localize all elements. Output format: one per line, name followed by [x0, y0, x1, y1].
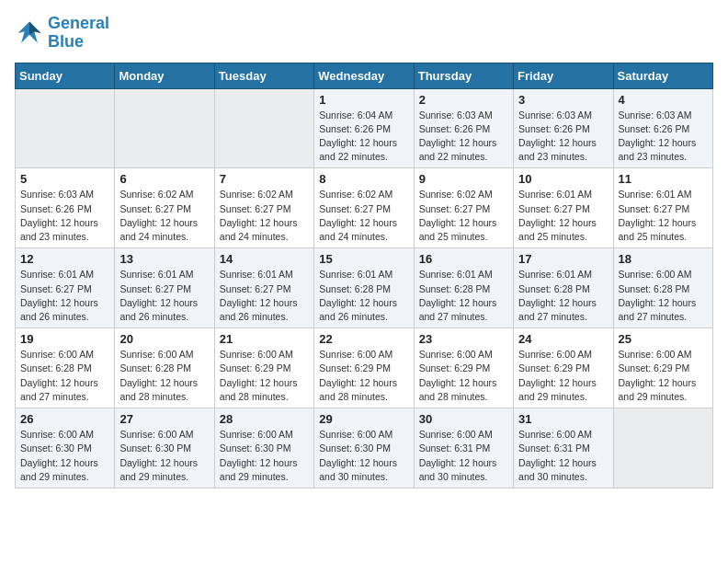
day-info: Sunrise: 6:02 AM Sunset: 6:27 PM Dayligh… — [319, 188, 408, 244]
day-info: Sunrise: 6:02 AM Sunset: 6:27 PM Dayligh… — [220, 188, 309, 244]
calendar-day-cell: 8Sunrise: 6:02 AM Sunset: 6:27 PM Daylig… — [314, 168, 414, 248]
calendar-day-cell: 26Sunrise: 6:00 AM Sunset: 6:30 PM Dayli… — [16, 408, 115, 488]
calendar-day-cell: 11Sunrise: 6:01 AM Sunset: 6:27 PM Dayli… — [613, 168, 712, 248]
calendar-week-row: 1Sunrise: 6:04 AM Sunset: 6:26 PM Daylig… — [16, 88, 713, 168]
day-info: Sunrise: 6:00 AM Sunset: 6:30 PM Dayligh… — [20, 428, 109, 484]
day-number: 21 — [220, 332, 309, 346]
calendar-day-cell — [115, 88, 214, 168]
calendar-day-cell — [16, 88, 115, 168]
day-number: 28 — [220, 412, 309, 426]
svg-marker-1 — [29, 21, 40, 34]
day-number: 9 — [419, 172, 508, 186]
day-number: 26 — [20, 412, 109, 426]
weekday-header: Thursday — [414, 63, 513, 88]
day-number: 22 — [319, 332, 408, 346]
calendar-day-cell: 19Sunrise: 6:00 AM Sunset: 6:28 PM Dayli… — [16, 328, 115, 408]
day-info: Sunrise: 6:00 AM Sunset: 6:30 PM Dayligh… — [319, 428, 408, 484]
day-info: Sunrise: 6:03 AM Sunset: 6:26 PM Dayligh… — [518, 109, 608, 165]
calendar-day-cell: 27Sunrise: 6:00 AM Sunset: 6:30 PM Dayli… — [115, 408, 214, 488]
day-number: 4 — [619, 93, 708, 107]
day-info: Sunrise: 6:03 AM Sunset: 6:26 PM Dayligh… — [20, 188, 109, 244]
day-number: 27 — [119, 412, 209, 426]
calendar-day-cell: 5Sunrise: 6:03 AM Sunset: 6:26 PM Daylig… — [16, 168, 115, 248]
weekday-header: Friday — [514, 63, 613, 88]
day-info: Sunrise: 6:00 AM Sunset: 6:30 PM Dayligh… — [119, 428, 209, 484]
calendar-day-cell: 28Sunrise: 6:00 AM Sunset: 6:30 PM Dayli… — [214, 408, 313, 488]
day-info: Sunrise: 6:01 AM Sunset: 6:27 PM Dayligh… — [619, 188, 708, 244]
weekday-header: Wednesday — [314, 63, 414, 88]
calendar-day-cell: 6Sunrise: 6:02 AM Sunset: 6:27 PM Daylig… — [115, 168, 214, 248]
day-number: 30 — [419, 412, 508, 426]
calendar-day-cell: 1Sunrise: 6:04 AM Sunset: 6:26 PM Daylig… — [314, 88, 414, 168]
day-info: Sunrise: 6:02 AM Sunset: 6:27 PM Dayligh… — [419, 188, 508, 244]
day-info: Sunrise: 6:03 AM Sunset: 6:26 PM Dayligh… — [619, 109, 708, 165]
calendar-day-cell: 21Sunrise: 6:00 AM Sunset: 6:29 PM Dayli… — [214, 328, 313, 408]
day-info: Sunrise: 6:00 AM Sunset: 6:28 PM Dayligh… — [119, 348, 209, 404]
logo-text: General Blue — [48, 15, 109, 52]
calendar-day-cell: 16Sunrise: 6:01 AM Sunset: 6:28 PM Dayli… — [414, 248, 513, 328]
day-info: Sunrise: 6:02 AM Sunset: 6:27 PM Dayligh… — [119, 188, 209, 244]
calendar-day-cell: 13Sunrise: 6:01 AM Sunset: 6:27 PM Dayli… — [115, 248, 214, 328]
day-number: 18 — [619, 252, 708, 266]
logo: General Blue — [15, 15, 109, 52]
day-info: Sunrise: 6:00 AM Sunset: 6:31 PM Dayligh… — [518, 428, 608, 484]
day-number: 3 — [518, 93, 608, 107]
day-info: Sunrise: 6:04 AM Sunset: 6:26 PM Dayligh… — [319, 109, 408, 165]
calendar-week-row: 5Sunrise: 6:03 AM Sunset: 6:26 PM Daylig… — [16, 168, 713, 248]
day-number: 29 — [319, 412, 408, 426]
day-info: Sunrise: 6:00 AM Sunset: 6:29 PM Dayligh… — [619, 348, 708, 404]
day-info: Sunrise: 6:00 AM Sunset: 6:28 PM Dayligh… — [20, 348, 109, 404]
day-number: 7 — [220, 172, 309, 186]
calendar-week-row: 12Sunrise: 6:01 AM Sunset: 6:27 PM Dayli… — [16, 248, 713, 328]
day-info: Sunrise: 6:00 AM Sunset: 6:29 PM Dayligh… — [419, 348, 508, 404]
calendar-day-cell: 22Sunrise: 6:00 AM Sunset: 6:29 PM Dayli… — [314, 328, 414, 408]
day-info: Sunrise: 6:01 AM Sunset: 6:27 PM Dayligh… — [20, 268, 109, 324]
day-info: Sunrise: 6:00 AM Sunset: 6:29 PM Dayligh… — [319, 348, 408, 404]
day-number: 1 — [319, 93, 408, 107]
day-number: 16 — [419, 252, 508, 266]
calendar-table: SundayMondayTuesdayWednesdayThursdayFrid… — [15, 63, 713, 488]
calendar-week-row: 19Sunrise: 6:00 AM Sunset: 6:28 PM Dayli… — [16, 328, 713, 408]
day-info: Sunrise: 6:00 AM Sunset: 6:29 PM Dayligh… — [220, 348, 309, 404]
day-number: 19 — [20, 332, 109, 346]
calendar-day-cell: 29Sunrise: 6:00 AM Sunset: 6:30 PM Dayli… — [314, 408, 414, 488]
day-info: Sunrise: 6:01 AM Sunset: 6:27 PM Dayligh… — [518, 188, 608, 244]
weekday-header: Saturday — [613, 63, 712, 88]
calendar-day-cell: 12Sunrise: 6:01 AM Sunset: 6:27 PM Dayli… — [16, 248, 115, 328]
day-info: Sunrise: 6:01 AM Sunset: 6:28 PM Dayligh… — [319, 268, 408, 324]
day-info: Sunrise: 6:01 AM Sunset: 6:27 PM Dayligh… — [220, 268, 309, 324]
weekday-header: Monday — [115, 63, 214, 88]
day-info: Sunrise: 6:00 AM Sunset: 6:29 PM Dayligh… — [518, 348, 608, 404]
day-info: Sunrise: 6:00 AM Sunset: 6:31 PM Dayligh… — [419, 428, 508, 484]
day-number: 23 — [419, 332, 508, 346]
page-header: General Blue — [15, 15, 713, 52]
calendar-day-cell: 4Sunrise: 6:03 AM Sunset: 6:26 PM Daylig… — [613, 88, 712, 168]
day-info: Sunrise: 6:01 AM Sunset: 6:28 PM Dayligh… — [518, 268, 608, 324]
day-number: 12 — [20, 252, 109, 266]
day-number: 31 — [518, 412, 608, 426]
calendar-day-cell: 9Sunrise: 6:02 AM Sunset: 6:27 PM Daylig… — [414, 168, 513, 248]
day-info: Sunrise: 6:00 AM Sunset: 6:30 PM Dayligh… — [220, 428, 309, 484]
day-number: 14 — [220, 252, 309, 266]
calendar-day-cell: 23Sunrise: 6:00 AM Sunset: 6:29 PM Dayli… — [414, 328, 513, 408]
calendar-day-cell: 10Sunrise: 6:01 AM Sunset: 6:27 PM Dayli… — [514, 168, 613, 248]
calendar-day-cell — [214, 88, 313, 168]
day-number: 6 — [119, 172, 209, 186]
calendar-day-cell: 18Sunrise: 6:00 AM Sunset: 6:28 PM Dayli… — [613, 248, 712, 328]
day-number: 5 — [20, 172, 109, 186]
calendar-day-cell: 7Sunrise: 6:02 AM Sunset: 6:27 PM Daylig… — [214, 168, 313, 248]
day-info: Sunrise: 6:03 AM Sunset: 6:26 PM Dayligh… — [419, 109, 508, 165]
day-info: Sunrise: 6:00 AM Sunset: 6:28 PM Dayligh… — [619, 268, 708, 324]
calendar-week-row: 26Sunrise: 6:00 AM Sunset: 6:30 PM Dayli… — [16, 408, 713, 488]
calendar-day-cell: 15Sunrise: 6:01 AM Sunset: 6:28 PM Dayli… — [314, 248, 414, 328]
day-number: 13 — [119, 252, 209, 266]
calendar-day-cell: 24Sunrise: 6:00 AM Sunset: 6:29 PM Dayli… — [514, 328, 613, 408]
day-number: 8 — [319, 172, 408, 186]
logo-icon — [15, 18, 44, 48]
day-number: 17 — [518, 252, 608, 266]
day-number: 24 — [518, 332, 608, 346]
calendar-day-cell: 17Sunrise: 6:01 AM Sunset: 6:28 PM Dayli… — [514, 248, 613, 328]
day-number: 20 — [119, 332, 209, 346]
day-number: 2 — [419, 93, 508, 107]
day-info: Sunrise: 6:01 AM Sunset: 6:28 PM Dayligh… — [419, 268, 508, 324]
